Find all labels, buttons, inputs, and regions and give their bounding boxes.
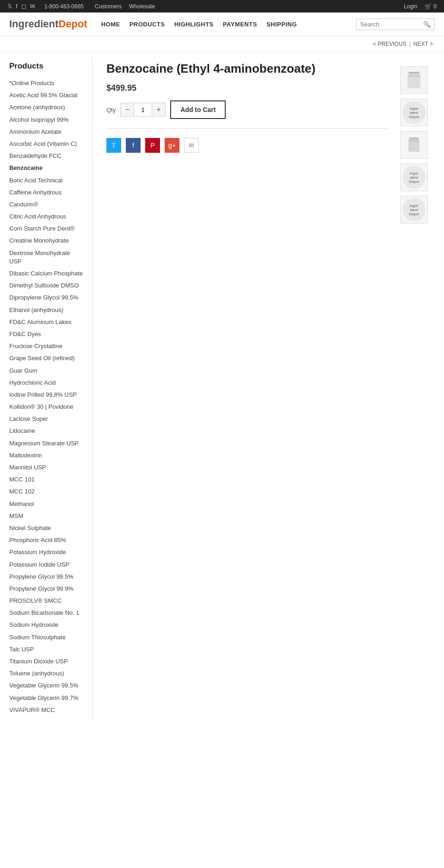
sidebar-item-link[interactable]: Ammonium Acetate <box>9 128 62 135</box>
sidebar-list-item: Potassium Hydroxide <box>9 546 83 558</box>
header: IngredientDepot HOME PRODUCTS HIGHLIGHTS… <box>0 12 444 36</box>
customers-link[interactable]: Customers <box>95 3 122 10</box>
sidebar-item-link[interactable]: Potassium Iodide USP <box>9 561 69 568</box>
sidebar-list-item: Kollidon® 30 | Povidone <box>9 401 83 413</box>
sidebar-item-link[interactable]: Benzocaine <box>9 164 43 171</box>
email-icon[interactable]: ✉ <box>30 3 35 10</box>
sidebar-item-link[interactable]: Maltodextrin <box>9 452 42 459</box>
sidebar-item-link[interactable]: Acetic Acid 99.5% Glacial <box>9 92 77 99</box>
sidebar-item-link[interactable]: MCC 101 <box>9 476 35 483</box>
sidebar-item-link[interactable]: Iodine Prilled 99.8% USP <box>9 391 77 398</box>
sidebar-item-link[interactable]: Boric Acid Technical <box>9 177 62 184</box>
nav-payments[interactable]: PAYMENTS <box>223 21 257 28</box>
search-box[interactable]: 🔍 <box>356 19 435 30</box>
sidebar-item-link[interactable]: Corn Starch Pure Dent® <box>9 225 74 232</box>
sidebar: Products *Online ProductsAcetic Acid 99.… <box>0 57 92 721</box>
logo[interactable]: IngredientDepot <box>9 18 87 30</box>
instagram-icon[interactable]: ◻ <box>21 3 26 10</box>
sidebar-item-link[interactable]: Candurin® <box>9 201 38 208</box>
sidebar-item-link[interactable]: Propylene Glycol 99.5% <box>9 573 74 580</box>
sidebar-item-link[interactable]: Nickel Sulphate <box>9 525 51 531</box>
svg-rect-2 <box>408 75 419 77</box>
sidebar-item-link[interactable]: Methanol <box>9 500 34 507</box>
qty-input[interactable] <box>134 103 152 116</box>
sidebar-list-item: Vegetable Glycerin 99.5% <box>9 680 83 692</box>
sidebar-item-link[interactable]: Caffeine Anhydrous <box>9 189 62 196</box>
sidebar-item-link[interactable]: Fructose Crystalline <box>9 343 62 350</box>
login-link[interactable]: Login <box>404 3 417 10</box>
share-twitter-button[interactable]: 𝕋 <box>106 138 121 153</box>
qty-row: Qty − + Add to Cart <box>106 100 388 119</box>
nav-home[interactable]: HOME <box>101 21 120 28</box>
twitter-icon[interactable]: 𝕏 <box>7 3 12 10</box>
product-main: Benzocaine (Ethyl 4-aminobenzoate) $499.… <box>106 62 430 224</box>
share-facebook-button[interactable]: f <box>126 138 141 153</box>
facebook-icon[interactable]: f <box>16 3 18 10</box>
sidebar-item-link[interactable]: Mannitol USP <box>9 464 46 471</box>
wholesale-link[interactable]: Wholesale <box>129 3 155 10</box>
sidebar-item-link[interactable]: Dibasic Calcium Phosphate <box>9 270 83 277</box>
sidebar-item-link[interactable]: Vegetable Glycerin 99.7% <box>9 694 79 701</box>
qty-decrement-button[interactable]: − <box>121 103 134 116</box>
add-to-cart-button[interactable]: Add to Cart <box>170 100 226 119</box>
next-link[interactable]: NEXT > <box>413 41 433 47</box>
sidebar-item-link[interactable]: Titanium Dioxide USP <box>9 658 68 665</box>
sidebar-item-link[interactable]: *Online Products <box>9 80 55 87</box>
search-input[interactable] <box>360 21 420 28</box>
sidebar-item-link[interactable]: Dipropylene Glycol 99.5% <box>9 294 79 301</box>
sidebar-item-link[interactable]: Toluene (anhydrous) <box>9 670 64 677</box>
sidebar-item-link[interactable]: Lidocaine <box>9 427 35 434</box>
prev-link[interactable]: < PREVIOUS <box>373 41 406 47</box>
cart-icon[interactable]: 🛒 0 <box>425 3 437 10</box>
sidebar-item-link[interactable]: Phosphoric Acid 85% <box>9 537 66 543</box>
sidebar-list-item: Boric Acid Technical <box>9 175 83 187</box>
sidebar-item-link[interactable]: Vegetable Glycerin 99.5% <box>9 682 79 689</box>
sidebar-item-link[interactable]: Talc USP <box>9 646 34 653</box>
sidebar-list-item: VIVAPUR® MCC <box>9 704 83 716</box>
qty-increment-button[interactable]: + <box>152 103 165 116</box>
sidebar-item-link[interactable]: Creatine Monohydrate <box>9 237 69 244</box>
sidebar-item-link[interactable]: Benzaldehyde FCC <box>9 152 62 159</box>
thumbnail-3[interactable] <box>400 131 428 159</box>
sidebar-item-link[interactable]: Grape Seed Oil (refined) <box>9 355 75 362</box>
sidebar-list-item: Benzaldehyde FCC <box>9 150 83 162</box>
thumbnail-4[interactable]: IngredientDepot <box>400 163 428 191</box>
sidebar-item-link[interactable]: Potassium Hydroxide <box>9 549 66 556</box>
sidebar-item-link[interactable]: Ethanol (anhydrous) <box>9 306 63 313</box>
sidebar-item-link[interactable]: VIVAPUR® MCC <box>9 706 55 713</box>
sidebar-item-link[interactable]: Magnesium Stearate USP <box>9 440 79 447</box>
thumbnail-2[interactable]: IngredientDepot <box>400 99 428 126</box>
sidebar-item-link[interactable]: Alcohol Isopropyl 99% <box>9 116 69 123</box>
svg-rect-0 <box>408 72 419 74</box>
nav-highlights[interactable]: HIGHLIGHTS <box>174 21 214 28</box>
sidebar-item-link[interactable]: Dimethyl Sulfoxide DMSO <box>9 282 79 289</box>
sidebar-item-link[interactable]: PROSOLV® SMCC <box>9 597 62 604</box>
sidebar-item-link[interactable]: Citric Acid Anhydrous <box>9 213 66 220</box>
sidebar-item-link[interactable]: Sodium Thiosulphate <box>9 634 66 641</box>
product-title: Benzocaine (Ethyl 4-aminobenzoate) <box>106 62 388 76</box>
share-email-button[interactable]: ✉ <box>184 138 199 153</box>
thumbnail-5[interactable]: IngredientDepot <box>400 196 428 224</box>
sidebar-item-link[interactable]: Propylene Glycol 99.9% <box>9 585 74 592</box>
sidebar-item-link[interactable]: Lactose Super <box>9 415 48 422</box>
sidebar-item-link[interactable]: Kollidon® 30 | Povidone <box>9 403 74 410</box>
sidebar-item-link[interactable]: Dextrose Monohydrate USP <box>9 250 70 265</box>
nav-products[interactable]: PRODUCTS <box>130 21 165 28</box>
thumbnail-1[interactable] <box>400 66 428 94</box>
sidebar-item-link[interactable]: Ascorbic Acid (Vitamin C) <box>9 140 77 147</box>
sidebar-item-link[interactable]: FD&C Aluminum Lakes <box>9 318 71 325</box>
sidebar-item-link[interactable]: MSM <box>9 512 23 519</box>
sidebar-item-link[interactable]: Guar Gum <box>9 367 37 374</box>
sidebar-item-link[interactable]: Acetone (anhydrous) <box>9 104 65 111</box>
search-icon[interactable]: 🔍 <box>423 21 431 28</box>
sidebar-list-item: Lactose Super <box>9 413 83 425</box>
share-pinterest-button[interactable]: P <box>145 138 160 153</box>
sidebar-item-link[interactable]: Sodium Hydroxide <box>9 621 58 628</box>
sidebar-list-item: Propylene Glycol 99.9% <box>9 583 83 595</box>
nav-shipping[interactable]: SHIPPING <box>266 21 297 28</box>
sidebar-item-link[interactable]: FD&C Dyes <box>9 331 41 337</box>
share-gplus-button[interactable]: g+ <box>165 138 179 153</box>
sidebar-item-link[interactable]: Sodium Bicarbonate No. 1 <box>9 609 80 616</box>
sidebar-item-link[interactable]: Hydrochloric Acid <box>9 379 56 386</box>
sidebar-item-link[interactable]: MCC 102 <box>9 488 35 495</box>
